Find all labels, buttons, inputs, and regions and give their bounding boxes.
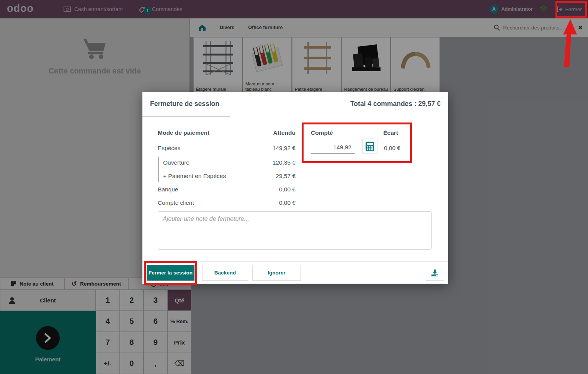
close-session-label: Fermer la session (149, 270, 193, 276)
pos-screen: odoo Cash entrant/sortant 1 Commandes A … (0, 0, 588, 374)
closing-session-dialog: Fermeture de session Total 4 commandes :… (142, 92, 448, 284)
payment-row-customer-account: Compte client 0,00 € (158, 196, 433, 209)
opening-expected: 120,35 € (234, 156, 296, 169)
payment-row-opening: Ouverture 120,35 € (158, 156, 433, 169)
download-icon (431, 269, 439, 277)
cash-label: Espèces (158, 141, 180, 155)
payment-table-header: Mode de paiement Attendu Compté Écart (158, 126, 433, 139)
customer-account-label: Compte client (158, 196, 194, 209)
header-counted: Compté (311, 126, 333, 139)
closing-note-textarea[interactable] (158, 211, 432, 250)
close-session-button[interactable]: Fermer la session (147, 265, 194, 281)
bank-label: Banque (158, 183, 178, 196)
discard-button[interactable]: Ignorer (252, 265, 301, 281)
payment-row-bank: Banque 0,00 € (158, 183, 433, 196)
footer-divider (142, 261, 448, 262)
customer-account-expected: 0,00 € (234, 196, 296, 209)
payment-row-cash: Espèces 149,92 € 0,00 € (158, 141, 433, 155)
opening-label: Ouverture (158, 156, 189, 169)
header-payment-method: Mode de paiement (158, 126, 209, 139)
orders-total: Total 4 commandes : 29,57 € (350, 100, 441, 108)
header-expected: Attendu (234, 126, 296, 139)
bank-expected: 0,00 € (234, 183, 296, 196)
discard-label: Ignorer (268, 270, 286, 276)
header-difference: Écart (341, 126, 398, 139)
cash-expected: 149,92 € (234, 141, 296, 155)
backend-button[interactable]: Backend (202, 265, 248, 281)
backend-label: Backend (214, 270, 236, 276)
download-report-button[interactable] (426, 265, 444, 281)
cash-difference: 0,00 € (343, 141, 400, 155)
payment-row-cash-payments: + Paiement en Espèces 29,57 € (158, 169, 433, 183)
cash-payments-expected: 29,57 € (234, 169, 296, 183)
dialog-title: Fermeture de session (150, 100, 219, 108)
title-divider (142, 116, 230, 117)
cash-payments-label: + Paiement en Espèces (158, 169, 226, 183)
